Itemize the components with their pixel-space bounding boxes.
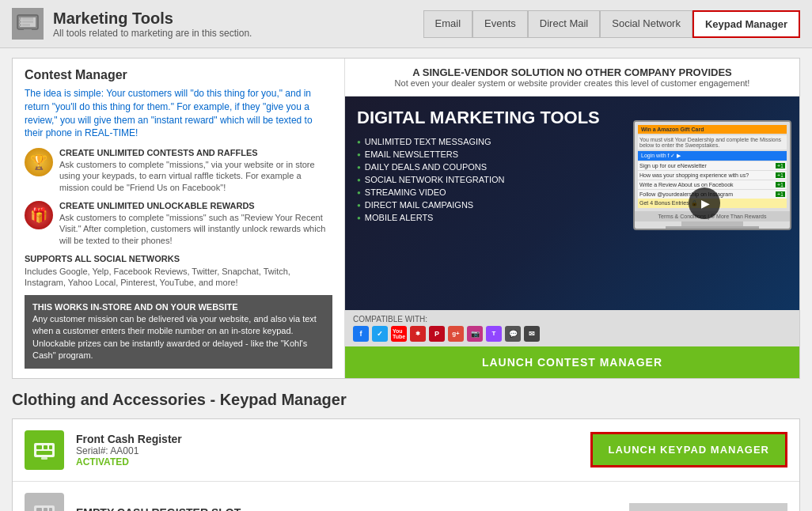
page-title: Marketing Tools [53,9,252,28]
svg-rect-9 [34,443,55,457]
contest-feature-rewards-title: CREATE UNLIMITED UNLOCKABLE REWARDS [59,201,332,210]
twitch-icon: T [486,326,502,342]
email-icon: ✉ [524,326,540,342]
nav-tabs: Email Events Direct Mail Social Network … [423,10,800,38]
dmt-content-area: DIGITAL MARKETING TOOLS UNLIMITED TEXT M… [345,97,799,310]
dmt-play-button[interactable] [689,187,720,219]
dmt-feature-7: MOBILE ALERTS [357,213,504,222]
in-store-box: THIS WORKS IN-STORE AND ON YOUR WEBSITE … [25,295,332,369]
social-networks-title: SUPPORTS ALL SOCIAL NETWORKS [25,254,332,263]
svg-rect-12 [49,445,52,449]
svg-rect-2 [19,17,21,20]
tab-direct-mail[interactable]: Direct Mail [528,10,600,38]
svg-rect-18 [49,508,52,511]
dmt-header-subtitle: Not even your dealer system or website p… [353,78,791,88]
launch-keypad-manager-button[interactable]: LAUNCH KEYPAD MANAGER [590,432,787,467]
svg-rect-7 [22,24,30,26]
svg-rect-14 [41,457,47,460]
svg-rect-8 [24,29,32,32]
header-title-block: Marketing Tools All tools related to mar… [53,9,252,39]
keypad-item-empty-slot: EMPTY CASH REGISTER SLOT [13,482,799,511]
svg-rect-6 [22,21,33,23]
facebook-icon: f [353,326,369,342]
cash-register-icon-empty [25,493,64,511]
trophy-icon: 🏆 [25,148,53,176]
dmt-feature-5: STREAMING VIDEO [357,187,504,197]
contest-feature-contests-text: CREATE UNLIMITED CONTESTS AND RAFFLES As… [59,148,332,193]
chat-icon: 💬 [505,326,521,342]
keypad-item-front-info: Front Cash Register Serial#: AA001 ACTIV… [76,433,579,467]
header-left: Marketing Tools All tools related to mar… [12,8,252,40]
contest-feature-rewards-text: CREATE UNLIMITED UNLOCKABLE REWARDS Ask … [59,201,332,246]
social-icons-row: f ✓ YouTube ✱ P g+ 📷 T 💬 ✉ [353,326,791,342]
keypad-item-name: Front Cash Register [76,433,579,445]
in-store-title: THIS WORKS IN-STORE AND ON YOUR WEBSITE [32,302,238,312]
svg-rect-4 [19,24,21,26]
googleplus-icon: g+ [448,326,464,342]
contest-right-panel: A SINGLE-VENDOR SOLUTION NO OTHER COMPAN… [345,59,799,378]
contest-feature-contests-title: CREATE UNLIMITED CONTESTS AND RAFFLES [59,148,332,157]
svg-rect-3 [19,21,21,23]
instagram-icon: 📷 [467,326,483,342]
keypad-item-front-cash-register: Front Cash Register Serial#: AA001 ACTIV… [13,419,799,482]
dmt-main-title: DIGITAL MARKETING TOOLS [357,108,600,127]
tab-events[interactable]: Events [472,10,528,38]
keypad-item-status: ACTIVATED [76,456,579,467]
contest-left-panel: Contest Manager The idea is simple: Your… [13,59,345,378]
main-content: Contest Manager The idea is simple: Your… [0,48,812,511]
svg-rect-16 [36,508,42,511]
page-subtitle: All tools related to marketing are in th… [53,28,252,39]
launch-contest-manager-button[interactable]: LAUNCH CONTEST MANAGER [345,346,799,378]
contest-manager-title: Contest Manager [25,68,332,82]
dmt-header-title: A SINGLE-VENDOR SOLUTION NO OTHER COMPAN… [353,66,791,78]
dmt-feature-1: UNLIMITED TEXT MESSAGING [357,137,504,146]
page-header: Marketing Tools All tools related to mar… [0,0,812,48]
in-store-text: Any customer mission can be delivered vi… [32,314,317,360]
dmt-feature-6: DIRECT MAIL CAMPAIGNS [357,200,504,210]
keypad-item-empty-info: EMPTY CASH REGISTER SLOT [76,506,617,511]
contest-right-header: A SINGLE-VENDOR SOLUTION NO OTHER COMPAN… [345,59,799,97]
compatible-label: COMPATIBLE WITH: [353,315,791,324]
cash-register-icon-active [25,430,64,470]
contest-feature-rewards: 🎁 CREATE UNLIMITED UNLOCKABLE REWARDS As… [25,201,332,246]
contest-manager-intro: The idea is simple: Your customers will … [25,87,332,140]
pinterest-icon: P [429,326,445,342]
contest-manager-box: Contest Manager The idea is simple: Your… [12,58,800,379]
dmt-feature-3: DAILY DEALS AND COUPONS [357,162,504,172]
svg-rect-10 [36,445,42,449]
gift-icon: 🎁 [25,201,53,229]
keypad-section-title: Clothing and Accessories - Keypad Manage… [12,391,800,409]
dmt-feature-2: EMAIL NEWSLETTERS [357,150,504,159]
youtube-icon: YouTube [391,326,407,342]
dmt-features-list: UNLIMITED TEXT MESSAGING EMAIL NEWSLETTE… [357,137,504,225]
tab-social-network[interactable]: Social Network [600,10,692,38]
tab-keypad-manager[interactable]: Keypad Manager [692,10,800,38]
twitter-icon: ✓ [372,326,388,342]
empty-slot-button [629,503,787,511]
marketing-tools-icon [12,8,44,40]
svg-rect-5 [22,17,33,20]
keypad-list: Front Cash Register Serial#: AA001 ACTIV… [12,418,800,511]
keypad-item-empty-name: EMPTY CASH REGISTER SLOT [76,506,617,511]
dmt-background: DIGITAL MARKETING TOOLS UNLIMITED TEXT M… [345,97,799,310]
yelp-icon: ✱ [410,326,426,342]
dmt-feature-4: SOCIAL NETWORK INTEGRATION [357,175,504,184]
contest-feature-rewards-desc: Ask customers to complete "missions" suc… [59,212,332,246]
keypad-item-serial: Serial#: AA001 [76,445,579,456]
svg-rect-17 [44,508,47,511]
compatible-section: COMPATIBLE WITH: f ✓ YouTube ✱ P g+ 📷 T … [345,310,799,346]
social-networks-text: Includes Google, Yelp, Facebook Reviews,… [25,266,332,289]
contest-feature-contests: 🏆 CREATE UNLIMITED CONTESTS AND RAFFLES … [25,148,332,193]
svg-rect-11 [44,445,47,449]
tab-email[interactable]: Email [423,10,473,38]
social-networks-section: SUPPORTS ALL SOCIAL NETWORKS Includes Go… [25,254,332,289]
svg-rect-13 [36,451,52,455]
contest-feature-contests-desc: Ask customers to complete "missions," vi… [59,159,332,193]
